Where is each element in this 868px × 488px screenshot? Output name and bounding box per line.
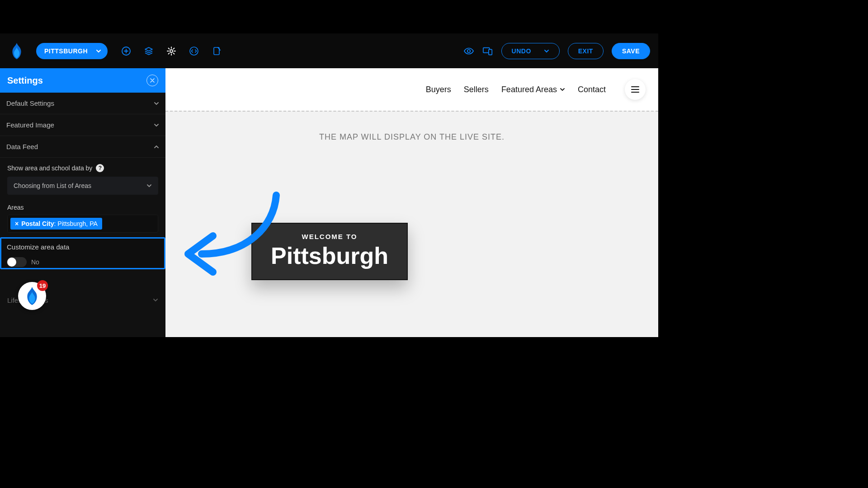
welcome-card[interactable]: WELCOME TO Pittsburgh bbox=[251, 223, 408, 280]
nav-sellers[interactable]: Sellers bbox=[464, 85, 489, 94]
chevron-down-icon bbox=[154, 101, 159, 106]
toolbar-right-group: UNDO EXIT SAVE bbox=[463, 43, 650, 59]
chevron-down-icon bbox=[153, 297, 158, 303]
toggle-knob bbox=[7, 258, 16, 267]
app-logo bbox=[8, 42, 25, 60]
welcome-title: Pittsburgh bbox=[258, 242, 401, 269]
welcome-subtitle: WELCOME TO bbox=[258, 233, 401, 240]
area-tag[interactable]: × Postal City: Pittsburgh, PA bbox=[10, 218, 102, 230]
section-label: Default Settings bbox=[6, 99, 54, 107]
preview-canvas: Buyers Sellers Featured Areas Contact TH… bbox=[165, 68, 658, 337]
section-label: Featured Image bbox=[6, 121, 54, 129]
exit-button[interactable]: EXIT bbox=[568, 43, 604, 59]
nav-featured-areas-label: Featured Areas bbox=[501, 85, 557, 94]
gear-icon[interactable] bbox=[166, 46, 176, 56]
page-select-label: PITTSBURGH bbox=[44, 47, 88, 55]
svg-point-4 bbox=[467, 49, 470, 52]
area-tag-value: : Pittsburgh, PA bbox=[54, 220, 98, 227]
site-nav: Buyers Sellers Featured Areas Contact bbox=[165, 68, 658, 111]
svg-rect-6 bbox=[488, 49, 491, 55]
settings-panel-header: Settings bbox=[0, 68, 165, 93]
preview-icon[interactable] bbox=[463, 46, 474, 56]
section-data-feed[interactable]: Data Feed bbox=[0, 136, 165, 158]
workspace: Settings Default Settings Featured Image… bbox=[0, 68, 658, 337]
section-featured-image[interactable]: Featured Image bbox=[0, 114, 165, 136]
close-icon[interactable] bbox=[146, 75, 158, 86]
undo-button[interactable]: UNDO bbox=[501, 43, 560, 59]
help-icon[interactable]: ? bbox=[96, 164, 104, 172]
editor-toolbar: PITTSBURGH UNDO bbox=[0, 33, 658, 68]
chevron-up-icon bbox=[154, 144, 159, 150]
show-area-select-value: Choosing from List of Areas bbox=[14, 182, 91, 189]
area-tag-prefix: Postal City bbox=[21, 220, 54, 227]
hamburger-button[interactable] bbox=[625, 79, 646, 100]
section-label: Data Feed bbox=[6, 143, 38, 150]
tool-icons-group bbox=[121, 46, 222, 56]
save-button[interactable]: SAVE bbox=[612, 43, 650, 59]
show-area-select[interactable]: Choosing from List of Areas bbox=[7, 177, 158, 195]
chevron-down-icon bbox=[154, 122, 159, 128]
customize-area-highlight: Customize area data No bbox=[0, 237, 165, 269]
seo-icon[interactable] bbox=[212, 46, 222, 56]
page-select-pill[interactable]: PITTSBURGH bbox=[36, 43, 108, 59]
chevron-down-icon bbox=[146, 183, 152, 188]
chevron-down-icon bbox=[560, 87, 565, 92]
letterbox-bottom bbox=[0, 337, 658, 369]
code-icon[interactable] bbox=[189, 46, 199, 56]
hamburger-icon bbox=[631, 86, 639, 93]
map-placeholder-text: THE MAP WILL DISPLAY ON THE LIVE SITE. bbox=[165, 132, 658, 142]
show-area-label: Show area and school data by bbox=[7, 164, 92, 172]
devices-icon[interactable] bbox=[482, 46, 493, 56]
app-root: { "toolbar": { "page_pill": "PITTSBURGH"… bbox=[0, 0, 658, 369]
show-area-label-row: Show area and school data by ? bbox=[7, 164, 158, 172]
save-label: SAVE bbox=[622, 47, 640, 55]
chat-widget[interactable]: 19 bbox=[18, 282, 46, 310]
chevron-down-icon bbox=[544, 48, 549, 54]
nav-contact[interactable]: Contact bbox=[578, 85, 606, 94]
map-placeholder-area: THE MAP WILL DISPLAY ON THE LIVE SITE. W… bbox=[165, 111, 658, 337]
exit-label: EXIT bbox=[578, 47, 593, 55]
flame-icon bbox=[24, 287, 40, 305]
tag-remove-icon[interactable]: × bbox=[15, 220, 19, 227]
areas-tags-box[interactable]: × Postal City: Pittsburgh, PA bbox=[7, 215, 158, 233]
customize-toggle-row: No bbox=[7, 257, 159, 267]
chat-badge: 19 bbox=[37, 280, 48, 291]
settings-sidebar: Settings Default Settings Featured Image… bbox=[0, 68, 165, 337]
customize-toggle-value: No bbox=[31, 258, 39, 266]
nav-buyers[interactable]: Buyers bbox=[426, 85, 451, 94]
layers-icon[interactable] bbox=[144, 46, 154, 56]
add-icon[interactable] bbox=[121, 46, 131, 56]
settings-panel-title: Settings bbox=[7, 75, 43, 86]
letterbox-top bbox=[0, 0, 658, 33]
nav-featured-areas[interactable]: Featured Areas bbox=[501, 85, 565, 94]
undo-label: UNDO bbox=[512, 47, 531, 55]
chevron-down-icon bbox=[96, 48, 101, 54]
flame-icon bbox=[10, 43, 24, 59]
section-default-settings[interactable]: Default Settings bbox=[0, 93, 165, 114]
svg-point-1 bbox=[170, 50, 173, 52]
customize-toggle[interactable] bbox=[7, 257, 27, 267]
customize-area-label: Customize area data bbox=[7, 243, 159, 251]
areas-label: Areas bbox=[7, 204, 158, 211]
